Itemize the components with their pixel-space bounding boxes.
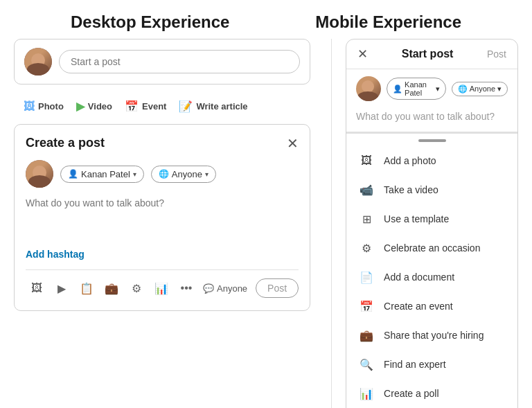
mobile-user-row: 👤 Kanan Patel ▾ 🌐 Anyone ▾ [346, 69, 517, 104]
sheet-expert-label: Find an expert [384, 359, 446, 370]
toolbar-celebration-icon[interactable]: ⚙ [125, 277, 148, 299]
mobile-user-name: Kanan Patel [405, 80, 434, 97]
mobile-user-arrow: ▾ [436, 85, 440, 94]
article-icon: 📝 [179, 100, 193, 113]
start-post-input[interactable] [59, 50, 300, 73]
add-hashtag[interactable]: Add hashtag [26, 249, 299, 260]
mobile-avatar [356, 76, 381, 101]
photo-label: Photo [38, 101, 64, 112]
mobile-post-button[interactable]: Post [487, 48, 506, 60]
mobile-header-title: Start post [402, 48, 454, 60]
user-avatar [26, 160, 53, 188]
user-dropdown[interactable]: 👤 Kanan Patel ▾ [60, 166, 144, 183]
avatar-image [24, 48, 52, 76]
toolbar-photo-icon[interactable]: 🖼 [26, 277, 48, 299]
photo-action[interactable]: 🖼 Photo [24, 100, 64, 113]
mobile-audience: Anyone [470, 85, 495, 93]
post-button[interactable]: Post [256, 278, 299, 298]
audience-dropdown[interactable]: 🌐 Anyone ▾ [151, 166, 216, 183]
user-row: 👤 Kanan Patel ▾ 🌐 Anyone ▾ [26, 160, 299, 188]
page-wrapper: Desktop Experience Mobile Experience 🖼 P… [0, 0, 532, 408]
sheet-template-label: Use a template [384, 213, 449, 224]
toolbar-poll-icon[interactable]: 📊 [150, 277, 172, 299]
photo-icon: 🖼 [24, 100, 35, 113]
sheet-handle [418, 139, 446, 142]
video-action[interactable]: ▶ Video [76, 100, 112, 113]
toolbar-document-icon[interactable]: 📋 [76, 277, 98, 299]
mobile-audience-dropdown[interactable]: 🌐 Anyone ▾ [452, 82, 508, 96]
sheet-photo-icon: 🖼 [359, 153, 374, 168]
mobile-audience-arrow: ▾ [497, 85, 502, 94]
event-action[interactable]: 📅 Event [125, 100, 166, 113]
toolbar-job-icon[interactable]: 💼 [100, 277, 123, 299]
sheet-item-event[interactable]: 📅 Create an event [346, 292, 517, 321]
sheet-photo-label: Add a photo [384, 155, 436, 166]
sheet-item-hiring[interactable]: 💼 Share that you're hiring [346, 321, 517, 350]
user-avatar-image [26, 160, 53, 188]
sheet-occasion-icon: ⚙ [359, 240, 374, 256]
article-action[interactable]: 📝 Write article [179, 100, 247, 113]
sheet-document-label: Add a document [384, 272, 454, 283]
globe-icon: 🌐 [159, 169, 169, 179]
event-label: Event [142, 101, 166, 112]
sheet-event-icon: 📅 [359, 299, 374, 314]
audience-dropdown-arrow: ▾ [205, 170, 209, 178]
desktop-section-title: Desktop Experience [71, 12, 229, 32]
sheet-item-template[interactable]: ⊞ Use a template [346, 204, 517, 233]
close-button[interactable]: ✕ [287, 136, 299, 150]
mobile-globe-icon: 🌐 [458, 85, 468, 94]
avatar [24, 48, 52, 76]
user-dropdown-arrow: ▾ [133, 170, 136, 178]
desktop-side: 🖼 Photo ▶ Video 📅 Event 📝 Write article [14, 39, 324, 408]
bottom-audience-btn[interactable]: 💬 Anyone [203, 283, 247, 294]
mobile-placeholder[interactable]: What do you want to talk about? [346, 104, 517, 132]
card-header: Create a post ✕ [26, 136, 299, 150]
sheet-item-video[interactable]: 📹 Take a video [346, 175, 517, 204]
mobile-bottom-sheet: 🖼 Add a photo 📹 Take a video ⊞ Use a tem… [346, 132, 517, 408]
post-action-bar: 🖼 Photo ▶ Video 📅 Event 📝 Write article [14, 96, 310, 113]
page-header: Desktop Experience Mobile Experience [0, 0, 532, 39]
mobile-user-dropdown[interactable]: 👤 Kanan Patel ▾ [387, 78, 446, 100]
sheet-event-label: Create an event [384, 301, 453, 312]
mobile-section-title: Mobile Experience [315, 12, 461, 32]
sheet-item-poll[interactable]: 📊 Create a poll [346, 379, 517, 408]
sheet-video-icon: 📹 [359, 182, 374, 197]
mobile-header: ✕ Start post Post [346, 39, 517, 69]
event-icon: 📅 [125, 100, 139, 113]
card-title: Create a post [26, 136, 105, 150]
sheet-item-photo[interactable]: 🖼 Add a photo [346, 146, 517, 175]
bottom-toolbar: 🖼 ▶ 📋 💼 ⚙ 📊 ••• 💬 Anyone Post [26, 269, 299, 299]
sheet-item-document[interactable]: 📄 Add a document [346, 263, 517, 292]
sheet-video-label: Take a video [384, 184, 438, 195]
sheet-item-occasion[interactable]: ⚙ Celebrate an occasion [346, 233, 517, 263]
mobile-user-icon: 👤 [393, 85, 402, 94]
sheet-document-icon: 📄 [359, 269, 374, 285]
article-label: Write article [196, 101, 247, 112]
create-post-card: Create a post ✕ 👤 Kanan Patel ▾ 🌐 Anyone [14, 124, 310, 311]
mobile-phone: ✕ Start post Post 👤 Kanan Patel ▾ 🌐 Anyo… [346, 39, 518, 408]
audience-label: Anyone [172, 169, 202, 179]
comment-icon: 💬 [203, 283, 214, 294]
sheet-template-icon: ⊞ [359, 211, 374, 227]
mobile-side: ✕ Start post Post 👤 Kanan Patel ▾ 🌐 Anyo… [339, 39, 518, 408]
sheet-expert-icon: 🔍 [359, 357, 374, 372]
sheet-poll-label: Create a poll [384, 388, 438, 399]
toolbar-more-icon[interactable]: ••• [175, 277, 197, 299]
sheet-poll-icon: 📊 [359, 386, 374, 401]
sheet-hiring-label: Share that you're hiring [384, 330, 484, 341]
section-divider [331, 39, 332, 408]
video-label: Video [88, 101, 112, 112]
user-name: Kanan Patel [81, 169, 130, 179]
start-post-bar [14, 39, 310, 85]
toolbar-video-icon[interactable]: ▶ [51, 277, 73, 299]
sheet-occasion-label: Celebrate an occasion [384, 242, 480, 254]
post-textarea[interactable] [26, 197, 299, 239]
sheet-hiring-icon: 💼 [359, 328, 374, 343]
main-content: 🖼 Photo ▶ Video 📅 Event 📝 Write article [0, 39, 532, 408]
mobile-close-btn[interactable]: ✕ [357, 46, 368, 62]
video-icon: ▶ [76, 100, 85, 113]
sheet-item-expert[interactable]: 🔍 Find an expert [346, 350, 517, 379]
bottom-audience-label: Anyone [217, 283, 247, 294]
user-icon: 👤 [68, 169, 78, 179]
